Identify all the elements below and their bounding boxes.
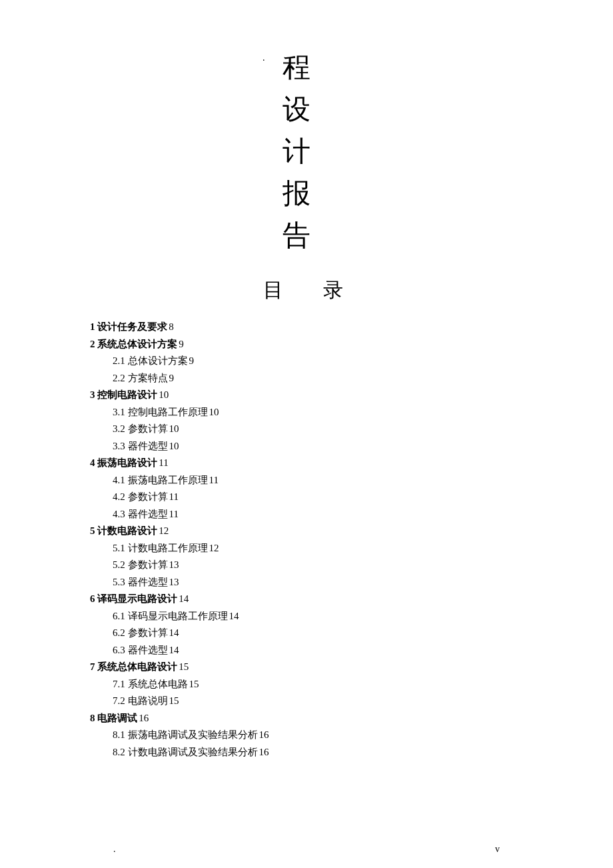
toc-entry-label: 振荡电路设计 xyxy=(97,457,157,468)
toc-entry-page: 12 xyxy=(159,525,169,536)
toc-entry: 6 译码显示电路设计14 xyxy=(90,591,526,608)
top-dot-mark: . xyxy=(263,53,265,63)
toc-entry: 6.3 器件选型14 xyxy=(90,642,526,659)
toc-entry-number: 7 xyxy=(90,661,95,672)
toc-entry-label: 参数计算 xyxy=(128,491,168,502)
toc-entry-number: 2.1 xyxy=(113,355,125,366)
toc-entry: 3.1 控制电路工作原理10 xyxy=(90,404,526,421)
toc-entry: 4 振荡电路设计11 xyxy=(90,455,526,472)
toc-entry-page: 16 xyxy=(139,713,149,723)
toc-entry-label: 系统总体设计方案 xyxy=(97,339,177,349)
toc-entry-number: 1 xyxy=(90,321,95,332)
toc-entry: 3.2 参数计算10 xyxy=(90,421,526,438)
toc-entry: 4.3 器件选型11 xyxy=(90,506,526,523)
toc-entry-page: 8 xyxy=(169,321,174,332)
toc-entry-label: 译码显示电路设计 xyxy=(97,593,177,604)
toc-entry-page: 9 xyxy=(169,373,175,383)
toc-entry: 7.1 系统总体电路15 xyxy=(90,676,526,693)
toc-entry-page: 10 xyxy=(209,407,219,417)
toc-entry-label: 器件选型 xyxy=(128,441,168,451)
toc-entry-label: 参数计算 xyxy=(128,559,168,570)
toc-entry-label: 译码显示电路工作原理 xyxy=(128,611,228,621)
toc-entry-number: 6.2 xyxy=(113,627,125,638)
toc-entry-number: 5.3 xyxy=(113,577,125,587)
toc-entry-label: 计数电路设计 xyxy=(97,525,157,536)
toc-entry-label: 系统总体电路设计 xyxy=(97,661,177,672)
toc-entry-page: 9 xyxy=(179,339,184,349)
toc-entry: 8.2 计数电路调试及实验结果分析16 xyxy=(90,744,526,761)
toc-entry-page: 10 xyxy=(159,389,169,400)
toc-entry: 8.1 振荡电路调试及实验结果分析16 xyxy=(90,727,526,744)
toc-entry: 6.1 译码显示电路工作原理14 xyxy=(90,608,526,625)
toc-entry-number: 8.2 xyxy=(113,747,128,757)
toc-entry: 6.2 参数计算14 xyxy=(90,625,526,642)
toc-entry-number: 6.3 xyxy=(113,645,125,655)
toc-entry-number: 4.2 xyxy=(113,491,125,502)
toc-entry-label: 控制电路设计 xyxy=(97,389,157,400)
toc-entry-label: 设计任务及要求 xyxy=(97,321,167,332)
toc-entry-page: 13 xyxy=(169,559,179,570)
toc-entry-number: 8 xyxy=(90,713,95,723)
toc-entry-number: 3 xyxy=(90,389,95,400)
toc-entry-page: 14 xyxy=(169,645,179,655)
toc-entry-number: 2 xyxy=(90,339,95,349)
toc-entry: 2 系统总体设计方案9 xyxy=(90,336,526,353)
page-footer-mark: v xyxy=(495,844,500,855)
title-char: 计 xyxy=(277,131,316,173)
bottom-dot-mark: . xyxy=(113,844,116,855)
toc-entry-number: 5.2 xyxy=(113,559,125,570)
toc-entry-page: 16 xyxy=(259,747,269,757)
toc-entry-number: 6 xyxy=(90,593,97,604)
toc-entry-page: 15 xyxy=(169,695,179,706)
toc-entry-number: 4.3 xyxy=(113,509,125,519)
toc-entry: 8 电路调试16 xyxy=(90,710,526,727)
toc-entry-label: 器件选型 xyxy=(128,645,168,655)
toc-entry-number: 7.2 xyxy=(113,695,128,706)
toc-entry-page: 15 xyxy=(189,679,199,689)
toc-entry-page: 11 xyxy=(169,491,179,502)
document-title: 程 设 计 报 告 xyxy=(277,47,316,257)
toc-entry-label: 器件选型 xyxy=(128,509,168,519)
toc-entry-number: 8.1 xyxy=(113,729,125,740)
toc-entry-label: 方案特点 xyxy=(128,373,168,383)
toc-entry-label: 振荡电路工作原理 xyxy=(128,475,208,485)
toc-entry-label: 控制电路工作原理 xyxy=(128,407,208,417)
toc-entry-page: 14 xyxy=(179,593,189,604)
toc-entry-label: 振荡电路调试及实验结果分析 xyxy=(128,729,258,740)
toc-entry-page: 9 xyxy=(189,355,195,366)
toc-entry: 7 系统总体电路设计15 xyxy=(90,659,526,676)
toc-entry: 4.1 振荡电路工作原理11 xyxy=(90,472,526,489)
toc-entry-page: 11 xyxy=(169,509,179,519)
toc-entry-page: 14 xyxy=(229,611,239,621)
toc-entry-number: 3.2 xyxy=(113,423,125,434)
toc-entry-page: 15 xyxy=(179,661,189,672)
toc-entry: 3 控制电路设计10 xyxy=(90,387,526,404)
toc-entry: 1 设计任务及要求8 xyxy=(90,319,526,336)
toc-heading-part1: 目 xyxy=(263,279,283,301)
table-of-contents: 1 设计任务及要求82 系统总体设计方案92.1 总体设计方案92.2 方案特点… xyxy=(90,319,526,761)
toc-entry-label: 器件选型 xyxy=(128,577,168,587)
toc-entry-page: 11 xyxy=(209,475,219,485)
toc-entry-number: 5 xyxy=(90,525,97,536)
toc-entry: 4.2 参数计算11 xyxy=(90,489,526,506)
toc-entry-label: 计数电路工作原理 xyxy=(128,543,208,553)
title-char: 设 xyxy=(277,89,316,131)
toc-entry: 5.1 计数电路工作原理12 xyxy=(90,540,526,557)
toc-entry: 5.3 器件选型13 xyxy=(90,574,526,591)
toc-entry: 5.2 参数计算13 xyxy=(90,557,526,574)
toc-entry-number: 6.1 xyxy=(113,611,125,621)
toc-entry-number: 4.1 xyxy=(113,475,125,485)
toc-entry-label: 参数计算 xyxy=(128,627,168,638)
toc-entry-label: 电路调试 xyxy=(97,713,137,723)
toc-entry: 3.3 器件选型10 xyxy=(90,438,526,455)
toc-heading-part2: 录 xyxy=(323,279,343,301)
title-char: 告 xyxy=(277,215,316,257)
toc-entry: 5 计数电路设计12 xyxy=(90,523,526,540)
toc-entry-page: 11 xyxy=(159,457,168,468)
toc-entry-page: 12 xyxy=(209,543,219,553)
toc-entry-number: 3.1 xyxy=(113,407,125,417)
toc-entry: 2.2 方案特点9 xyxy=(90,370,526,387)
toc-entry-page: 14 xyxy=(169,627,179,638)
toc-entry-label: 系统总体电路 xyxy=(128,679,188,689)
toc-entry: 2.1 总体设计方案9 xyxy=(90,353,526,370)
